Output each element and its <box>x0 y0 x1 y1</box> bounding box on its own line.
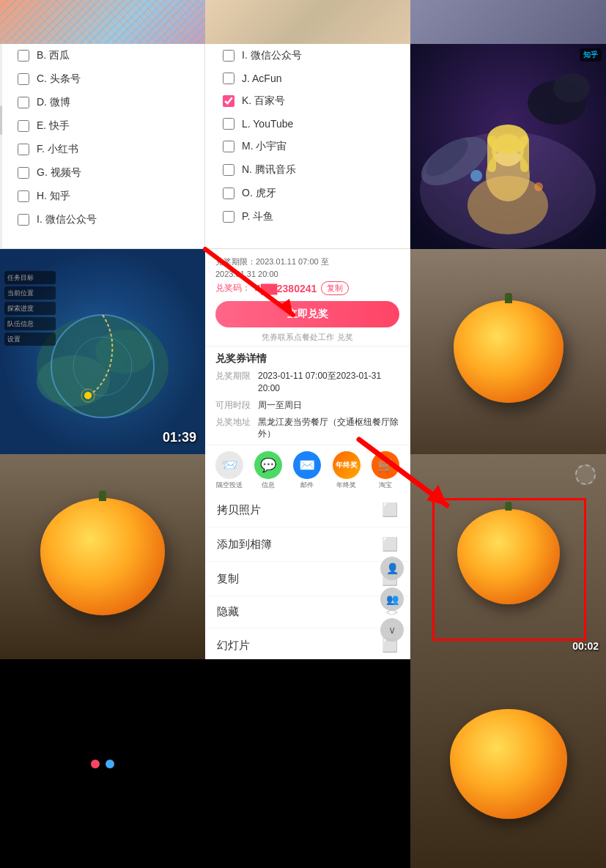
taobao-label: 淘宝 <box>379 481 392 490</box>
top-image-1 <box>0 0 205 44</box>
checkbox-G[interactable] <box>18 167 29 179</box>
orange-fruit-table <box>450 709 567 819</box>
year-icon: 年终奖 <box>333 451 361 479</box>
label-J: J. AcFun <box>242 73 281 84</box>
circle-indicator <box>575 464 596 485</box>
orange-fruit-small-left <box>40 498 165 615</box>
dark-cell <box>0 659 205 868</box>
detail-val-2: 黑龙江麦当劳餐厅（交通枢纽餐厅除外） <box>258 416 399 441</box>
share-icon-year[interactable]: 年终奖 年终奖 <box>333 451 361 490</box>
anime-image: 知乎 <box>410 44 606 249</box>
top-image-2 <box>205 0 410 44</box>
label-I-right: I. 微信公众号 <box>242 49 302 62</box>
label-I-left: I. 微信公众号 <box>37 213 97 226</box>
checklist-item-G[interactable]: G. 视频号 <box>6 161 204 185</box>
checkbox-L[interactable] <box>223 118 234 130</box>
checklist-item-E[interactable]: E. 快手 <box>6 114 204 138</box>
checkbox-M[interactable] <box>223 141 234 152</box>
checkbox-H[interactable] <box>18 190 29 202</box>
label-O: O. 虎牙 <box>242 187 276 200</box>
coupon-note: 凭券联系点餐处工作 兑奖 <box>205 329 410 346</box>
game-sidebar-item-1: 任务目标 <box>4 271 56 284</box>
label-B: B. 西瓜 <box>37 49 70 62</box>
detail-val-1: 周一至周日 <box>258 399 302 412</box>
label-G: G. 视频号 <box>37 166 81 179</box>
year-label: 年终奖 <box>336 481 356 490</box>
orange-table-cell <box>410 659 606 868</box>
game-sidebar-item-2: 当前位置 <box>4 286 56 300</box>
redeem-button[interactable]: 立即兑奖 <box>215 301 399 327</box>
checkbox-K[interactable] <box>223 95 234 107</box>
checklist-item-K[interactable]: K. 百家号 <box>211 89 410 113</box>
checklist-item-O[interactable]: O. 虎牙 <box>211 182 410 205</box>
svg-rect-7 <box>520 136 529 172</box>
share-icon-airdrop[interactable]: 📨 隔空投送 <box>215 451 243 490</box>
game-sidebar: 任务目标 当前位置 探索进度 队伍信息 设置 <box>4 271 56 346</box>
checklist-item-N[interactable]: N. 腾讯音乐 <box>211 158 410 182</box>
checkbox-I-right[interactable] <box>223 50 234 62</box>
checklist-item-I-right[interactable]: I. 微信公众号 <box>211 44 410 67</box>
game-timer: 01:39 <box>163 430 196 445</box>
share-icon-taobao[interactable]: 🛒 淘宝 <box>372 451 399 490</box>
orange-box-cell: 00:02 <box>410 454 606 659</box>
checkbox-P[interactable] <box>223 211 234 223</box>
checklist-item-M[interactable]: M. 小宇宙 <box>211 135 410 158</box>
checkbox-F[interactable] <box>18 144 29 155</box>
game-sidebar-item-3: 探索进度 <box>4 302 56 315</box>
right-icon-person[interactable]: 👤 <box>380 557 404 580</box>
share-icon-message[interactable]: 💬 信息 <box>254 451 282 490</box>
label-P: P. 斗鱼 <box>242 210 273 223</box>
label-M: M. 小宇宙 <box>242 140 287 153</box>
checklist-item-I-left[interactable]: I. 微信公众号 <box>6 208 204 231</box>
menu-item-copy-photo[interactable]: 拷贝照片 ⬜ <box>205 493 410 527</box>
shortcut-copy-photo: ⬜ <box>382 502 398 518</box>
copy-button[interactable]: 复制 <box>321 281 349 295</box>
right-icon-group[interactable]: 👥 <box>380 587 404 611</box>
red-selection-box <box>432 498 586 641</box>
checkbox-O[interactable] <box>223 188 234 199</box>
svg-point-12 <box>470 170 482 182</box>
message-label: 信息 <box>262 481 275 490</box>
svg-rect-6 <box>487 136 496 172</box>
checklist-item-F[interactable]: F. 小红书 <box>6 138 204 161</box>
checklist-item-J[interactable]: J. AcFun <box>211 67 410 89</box>
taobao-icon: 🛒 <box>372 451 399 479</box>
detail-val-0: 2023-01-11 07:00至2023-01-31 20:00 <box>258 370 399 395</box>
right-icon-expand[interactable]: ∨ <box>380 618 404 642</box>
checkbox-I-left[interactable] <box>18 214 29 226</box>
dot-red <box>91 760 100 768</box>
checklist-item-D[interactable]: D. 微博 <box>6 91 204 114</box>
share-icon-mail[interactable]: ✉️ 邮件 <box>293 451 321 490</box>
checklist-item-C[interactable]: C. 头条号 <box>6 67 204 91</box>
label-C: C. 头条号 <box>37 73 81 86</box>
label-D: D. 微博 <box>37 96 70 109</box>
label-K: K. 百家号 <box>242 94 285 108</box>
checkbox-N[interactable] <box>223 164 234 176</box>
menu-item-slideshow[interactable]: 幻灯片 ⬜ <box>205 628 410 659</box>
detail-key-2: 兑奖地址 <box>215 416 252 441</box>
menu-item-copy[interactable]: 复制 ⬜ <box>205 562 410 596</box>
label-N: N. 腾讯音乐 <box>242 163 296 177</box>
checkbox-D[interactable] <box>18 97 29 108</box>
checklist-item-H[interactable]: H. 知乎 <box>6 185 204 208</box>
checkbox-C[interactable] <box>18 73 29 85</box>
checklist-item-L[interactable]: L. YouTube <box>211 113 410 135</box>
label-H: H. 知乎 <box>37 190 70 203</box>
checkbox-E[interactable] <box>18 120 29 132</box>
menu-items-list: 拷贝照片 ⬜ 添加到相簿 ⬜ 复制 ⬜ 隐藏 <> 幻灯片 ⬜ 隔空播放 ⬜ <box>205 493 410 659</box>
checkbox-J[interactable] <box>223 73 234 84</box>
game-sidebar-item-4: 队伍信息 <box>4 317 56 330</box>
game-screenshot: 任务目标 当前位置 探索进度 队伍信息 设置 01:39 <box>0 249 205 454</box>
menu-item-hide[interactable]: 隐藏 <> <box>205 596 410 628</box>
coupon-period-1: 兑奖期限：2023.01.11 07:00 至 <box>215 256 399 267</box>
coupon-period-2: 2023.01.31 20:00 <box>215 270 399 278</box>
checklist-item-B[interactable]: B. 西瓜 <box>6 44 204 67</box>
coupon-code-label: 兑奖码： <box>215 282 251 294</box>
menu-item-add-album[interactable]: 添加到相簿 ⬜ <box>205 527 410 562</box>
orange-fruit-large <box>454 300 563 403</box>
checkbox-B[interactable] <box>18 50 29 62</box>
checklist-left-panel: B. 西瓜 C. 头条号 D. 微博 E. 快手 F. 小红书 G. 视频号 <box>0 44 205 249</box>
airdrop-icon: 📨 <box>215 451 243 479</box>
label-L: L. YouTube <box>242 118 293 130</box>
checklist-item-P[interactable]: P. 斗鱼 <box>211 205 410 229</box>
